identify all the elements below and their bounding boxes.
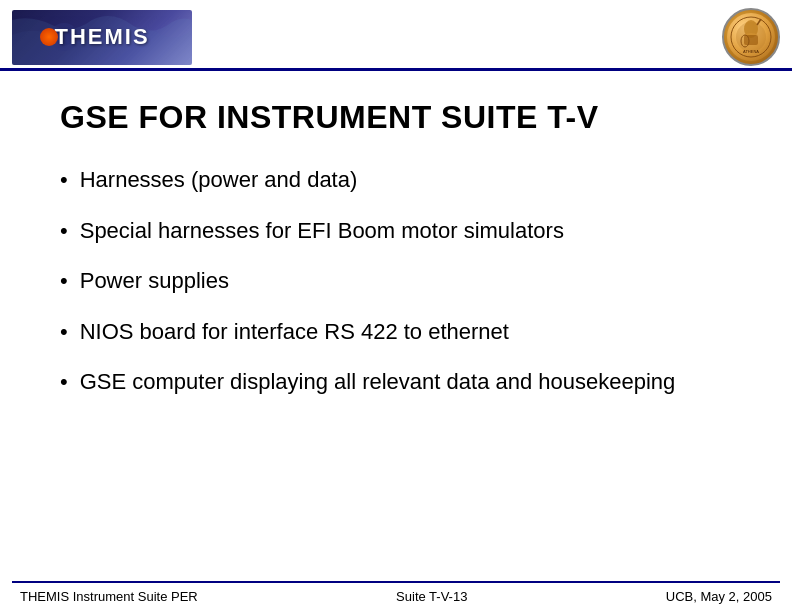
themis-logo: THEMIS — [12, 10, 192, 65]
header: THEMIS ATHENA — [0, 0, 792, 68]
footer-center-text: Suite T-V-13 — [396, 589, 467, 604]
list-item: • GSE computer displaying all relevant d… — [60, 368, 732, 397]
header-left: THEMIS — [12, 10, 192, 65]
bullet-icon: • — [60, 267, 68, 296]
bullet-text: Special harnesses for EFI Boom motor sim… — [80, 217, 564, 246]
bullet-text: GSE computer displaying all relevant dat… — [80, 368, 676, 397]
svg-text:ATHENA: ATHENA — [743, 49, 759, 54]
bullet-text: Power supplies — [80, 267, 229, 296]
main-content: GSE FOR INSTRUMENT SUITE T-V • Harnesses… — [0, 71, 792, 439]
list-item: • Harnesses (power and data) — [60, 166, 732, 195]
bullet-icon: • — [60, 318, 68, 347]
footer-right-text: UCB, May 2, 2005 — [666, 589, 772, 604]
svg-line-6 — [757, 19, 761, 25]
bullet-text: Harnesses (power and data) — [80, 166, 358, 195]
list-item: • Power supplies — [60, 267, 732, 296]
logo-circle-icon — [40, 28, 58, 46]
bullet-text: NIOS board for interface RS 422 to ether… — [80, 318, 509, 347]
bullet-icon: • — [60, 166, 68, 195]
athena-logo: ATHENA — [722, 8, 780, 66]
bullet-icon: • — [60, 368, 68, 397]
footer-content: THEMIS Instrument Suite PER Suite T-V-13… — [0, 583, 792, 612]
svg-rect-5 — [744, 35, 758, 45]
bullet-list: • Harnesses (power and data) • Special h… — [60, 166, 732, 397]
slide-title: GSE FOR INSTRUMENT SUITE T-V — [60, 99, 732, 136]
themis-logo-text: THEMIS — [54, 24, 149, 50]
footer-left-text: THEMIS Instrument Suite PER — [20, 589, 198, 604]
list-item: • Special harnesses for EFI Boom motor s… — [60, 217, 732, 246]
list-item: • NIOS board for interface RS 422 to eth… — [60, 318, 732, 347]
bullet-icon: • — [60, 217, 68, 246]
footer: THEMIS Instrument Suite PER Suite T-V-13… — [0, 581, 792, 612]
